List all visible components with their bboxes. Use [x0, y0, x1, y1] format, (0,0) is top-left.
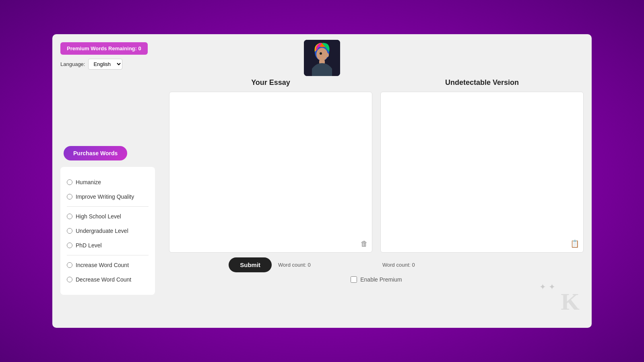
divider-1 — [67, 206, 149, 207]
logo-image — [304, 40, 340, 76]
content-area: Your Essay Undetectable Version 🗑 📋 Subm… — [169, 78, 584, 320]
sidebar-item-decrease-word[interactable]: Decrease Word Count — [67, 272, 149, 287]
sidebar-item-improve-writing[interactable]: Improve Writing Quality — [67, 189, 149, 204]
label-undergraduate: Undergraduate Level — [76, 228, 128, 234]
submit-button[interactable]: Submit — [229, 257, 272, 272]
premium-words-badge: Premium Words Remaining: 0 — [60, 42, 148, 55]
sidebar-item-high-school[interactable]: High School Level — [67, 209, 149, 224]
radio-increase-word[interactable] — [67, 262, 72, 268]
enable-premium-label: Enable Premium — [360, 276, 402, 283]
label-increase-word: Increase Word Count — [76, 262, 129, 268]
divider-2 — [67, 255, 149, 255]
logo-area — [304, 40, 340, 76]
essay-textarea[interactable] — [169, 92, 372, 252]
copy-icon[interactable]: 📋 — [570, 239, 579, 248]
svg-point-4 — [320, 52, 322, 55]
label-improve-writing: Improve Writing Quality — [76, 193, 134, 200]
undetectable-word-count-label: Word count: — [382, 262, 411, 268]
enable-premium-row: Enable Premium — [169, 276, 584, 283]
sidebar-panel: Humanize Improve Writing Quality High Sc… — [60, 167, 155, 295]
svg-point-5 — [326, 53, 329, 57]
watermark-letter: K — [561, 288, 580, 316]
radio-decrease-word[interactable] — [67, 277, 72, 282]
logo-svg — [304, 40, 340, 76]
sidebar-item-increase-word[interactable]: Increase Word Count — [67, 258, 149, 272]
purchase-words-button[interactable]: Purchase Words — [64, 146, 127, 160]
radio-humanize[interactable] — [67, 179, 72, 185]
undetectable-word-count-value: 0 — [412, 262, 415, 268]
undetectable-word-count: Word count: 0 — [382, 262, 415, 268]
radio-group: Humanize Improve Writing Quality High Sc… — [67, 175, 149, 287]
enable-premium-checkbox[interactable] — [351, 276, 357, 283]
main-window: Premium Words Remaining: 0 Language: Eng… — [52, 34, 592, 328]
columns-body: 🗑 📋 — [169, 92, 584, 253]
right-bottom-controls: Word count: 0 — [378, 262, 584, 268]
essay-column: 🗑 — [169, 92, 372, 253]
top-left-panel: Premium Words Remaining: 0 Language: Eng… — [60, 42, 148, 70]
svg-point-3 — [316, 48, 328, 61]
radio-improve-writing[interactable] — [67, 194, 72, 200]
language-label: Language: — [60, 61, 85, 67]
trash-icon[interactable]: 🗑 — [361, 240, 368, 248]
undetectable-heading: Undetectable Version — [380, 78, 584, 87]
language-row: Language: English Spanish French German … — [60, 59, 148, 70]
essay-word-count: Word count: 0 — [278, 262, 311, 268]
undetectable-textarea[interactable] — [381, 92, 583, 252]
your-essay-heading: Your Essay — [169, 78, 372, 87]
undetectable-column: 📋 — [380, 92, 584, 253]
essay-word-count-label: Word count: — [278, 262, 306, 268]
sidebar-item-phd[interactable]: PhD Level — [67, 238, 149, 253]
essay-word-count-value: 0 — [308, 262, 311, 268]
label-high-school: High School Level — [76, 213, 121, 220]
label-humanize: Humanize — [76, 179, 101, 185]
bottom-controls-row: Submit Word count: 0 Word count: 0 — [169, 257, 584, 272]
language-select[interactable]: English Spanish French German Italian — [88, 59, 122, 70]
label-phd: PhD Level — [76, 242, 102, 249]
radio-phd[interactable] — [67, 243, 72, 248]
columns-header: Your Essay Undetectable Version — [169, 78, 584, 87]
sidebar-item-undergraduate[interactable]: Undergraduate Level — [67, 224, 149, 238]
radio-undergraduate[interactable] — [67, 228, 72, 234]
radio-high-school[interactable] — [67, 214, 72, 219]
watermark-dots: ✦ ✦ — [539, 282, 555, 292]
left-bottom-controls: Submit Word count: 0 — [169, 257, 370, 272]
label-decrease-word: Decrease Word Count — [76, 276, 131, 283]
sidebar-item-humanize[interactable]: Humanize — [67, 175, 149, 189]
